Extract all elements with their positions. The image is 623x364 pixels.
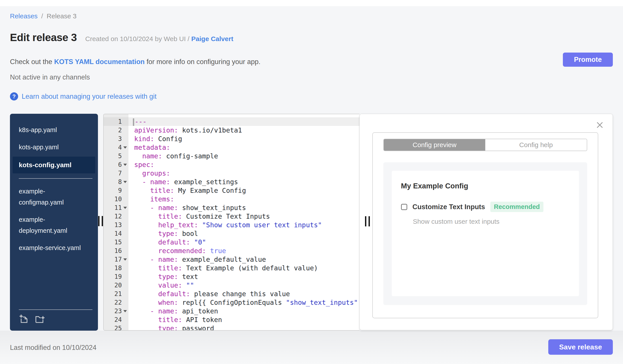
gutter-line-1[interactable]: 1: [104, 117, 129, 126]
preview-resize-handle[interactable]: [365, 216, 371, 226]
code-line-23[interactable]: - name: api_token: [134, 307, 359, 315]
code-line-21[interactable]: default: please change this value: [134, 290, 359, 298]
code-line-19[interactable]: type: text: [134, 272, 359, 281]
created-prefix: Created on 10/10/2024 by Web UI /: [85, 35, 189, 42]
preview-card: Config previewConfig help My Example Con…: [372, 132, 598, 318]
gutter-line-8[interactable]: 8: [104, 178, 129, 186]
tab-config-preview[interactable]: Config preview: [384, 139, 485, 151]
gutter-line-10[interactable]: 10: [104, 195, 129, 203]
gutter-line-5[interactable]: 5: [104, 152, 129, 160]
new-folder-icon[interactable]: [35, 314, 45, 325]
code-line-16[interactable]: recommended: true: [134, 246, 359, 255]
gutter-line-16[interactable]: 16: [104, 246, 129, 255]
docs-prefix: Check out the: [10, 58, 54, 66]
git-help-link[interactable]: Learn about managing your releases with …: [22, 93, 156, 101]
gutter-line-12[interactable]: 12: [104, 212, 129, 221]
code-lines[interactable]: ---apiVersion: kots.io/v1beta1kind: Conf…: [129, 114, 359, 331]
promote-button[interactable]: Promote: [563, 53, 613, 67]
kots-docs-link[interactable]: KOTS YAML documentation: [54, 58, 145, 66]
config-item-row: Customize Text Inputs Recommended: [401, 202, 579, 212]
gutter-line-23[interactable]: 23: [104, 307, 129, 315]
new-file-icon[interactable]: [19, 314, 29, 325]
gutter-line-15[interactable]: 15: [104, 238, 129, 246]
code-line-12[interactable]: title: Customize Text Inputs: [134, 212, 359, 221]
file-item-k8s-app.yaml[interactable]: k8s-app.yaml: [10, 122, 98, 138]
code-line-22[interactable]: when: repl{{ ConfigOptionEquals "show_te…: [134, 298, 359, 307]
gutter-line-2[interactable]: 2: [104, 126, 129, 135]
last-modified-text: Last modified on 10/10/2024: [10, 344, 96, 352]
breadcrumb-separator: /: [41, 12, 43, 20]
file-item-kots-config.yaml[interactable]: kots-config.yaml: [13, 157, 95, 173]
code-line-5[interactable]: name: config-sample: [134, 152, 359, 160]
code-line-7[interactable]: groups:: [134, 169, 359, 178]
sidebar-footer-divider: [19, 309, 92, 310]
yaml-editor[interactable]: 1234567891011121314151617181920212223242…: [103, 114, 359, 331]
gutter-line-6[interactable]: 6: [104, 160, 129, 169]
gutter-line-11[interactable]: 11: [104, 203, 129, 212]
code-line-2[interactable]: apiVersion: kots.io/v1beta1: [134, 126, 359, 135]
code-line-20[interactable]: value: "": [134, 281, 359, 290]
config-group-card: My Example Config Customize Text Inputs …: [392, 171, 579, 296]
question-icon[interactable]: ?: [10, 92, 18, 101]
gutter-line-4[interactable]: 4: [104, 143, 129, 152]
page-title: Edit release 3: [10, 31, 77, 43]
docs-sentence: Check out the KOTS YAML documentation fo…: [10, 58, 260, 66]
sidebar-footer: [10, 304, 98, 331]
gutter-line-17[interactable]: 17: [104, 255, 129, 264]
code-line-4[interactable]: metadata:: [134, 143, 359, 152]
top-strip: [0, 0, 623, 6]
fold-arrow-icon[interactable]: [123, 181, 127, 183]
tab-config-help[interactable]: Config help: [485, 139, 587, 151]
author-link[interactable]: Paige Calvert: [191, 35, 233, 42]
fold-arrow-icon[interactable]: [123, 258, 127, 261]
file-item-example-configmap.yaml[interactable]: example-configmap.yaml: [10, 183, 98, 210]
gutter-line-21[interactable]: 21: [104, 290, 129, 298]
gutter-line-20[interactable]: 20: [104, 281, 129, 290]
recommended-badge: Recommended: [490, 202, 543, 212]
config-item-label[interactable]: Customize Text Inputs: [413, 203, 485, 211]
gutter-line-24[interactable]: 24: [104, 315, 129, 324]
gutter-line-9[interactable]: 9: [104, 186, 129, 195]
file-sidebar: k8s-app.yamlkots-app.yamlkots-config.yam…: [10, 114, 98, 331]
code-line-6[interactable]: spec:: [134, 160, 359, 169]
fold-arrow-icon[interactable]: [123, 164, 127, 166]
gutter-line-14[interactable]: 14: [104, 229, 129, 238]
breadcrumb: Releases / Release 3: [10, 12, 76, 20]
code-line-17[interactable]: - name: example_default_value: [134, 255, 359, 264]
gutter-line-22[interactable]: 22: [104, 298, 129, 307]
breadcrumb-releases-link[interactable]: Releases: [10, 12, 38, 20]
fold-arrow-icon[interactable]: [123, 207, 127, 209]
sidebar-actions: [10, 310, 98, 331]
created-text: Created on 10/10/2024 by Web UI / Paige …: [85, 35, 233, 43]
file-item-example-service.yaml[interactable]: example-service.yaml: [10, 240, 98, 256]
code-line-9[interactable]: title: My Example Config: [134, 186, 359, 195]
file-item-example-deployment.yaml[interactable]: example-deployment.yaml: [10, 212, 98, 238]
gutter-line-3[interactable]: 3: [104, 135, 129, 143]
code-line-14[interactable]: type: bool: [134, 229, 359, 238]
code-line-3[interactable]: kind: Config: [134, 135, 359, 143]
code-line-25[interactable]: type: password: [134, 324, 359, 331]
code-line-24[interactable]: title: API token: [134, 315, 359, 324]
code-line-1[interactable]: ---: [129, 117, 359, 126]
gutter-line-18[interactable]: 18: [104, 264, 129, 272]
code-line-18[interactable]: title: Text Example (with default value): [134, 264, 359, 272]
gutter-line-7[interactable]: 7: [104, 169, 129, 178]
editor-gutter: 1234567891011121314151617181920212223242…: [104, 114, 129, 330]
code-line-15[interactable]: default: "0": [134, 238, 359, 246]
fold-arrow-icon[interactable]: [123, 146, 127, 149]
code-line-8[interactable]: - name: example_settings: [134, 178, 359, 186]
customize-text-inputs-checkbox[interactable]: [401, 204, 407, 210]
close-icon[interactable]: [596, 121, 604, 129]
file-item-kots-app.yaml[interactable]: kots-app.yaml: [10, 139, 98, 155]
gutter-line-13[interactable]: 13: [104, 221, 129, 229]
preview-tabs: Config previewConfig help: [383, 139, 587, 151]
code-line-13[interactable]: help_text: "Show custom user text inputs…: [134, 221, 359, 229]
docs-suffix: for more info on configuring your app.: [145, 58, 260, 66]
gutter-line-25[interactable]: 25: [104, 324, 129, 331]
gutter-line-19[interactable]: 19: [104, 272, 129, 281]
code-line-10[interactable]: items:: [134, 195, 359, 203]
code-line-11[interactable]: - name: show_text_inputs: [134, 203, 359, 212]
git-help-row: ? Learn about managing your releases wit…: [10, 92, 156, 101]
fold-arrow-icon[interactable]: [123, 310, 127, 312]
save-release-button[interactable]: Save release: [548, 339, 613, 355]
